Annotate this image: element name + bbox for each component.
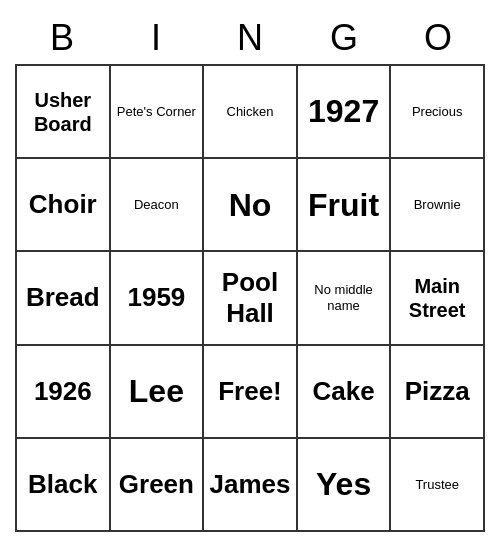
cell-text: Main Street: [395, 274, 479, 322]
bingo-card: BINGO Usher BoardPete's CornerChicken192…: [15, 12, 485, 532]
cell-text: Free!: [218, 376, 282, 407]
cell-text: Choir: [29, 189, 97, 220]
bingo-cell: No: [204, 159, 298, 252]
cell-text: Lee: [129, 372, 184, 410]
cell-text: Chicken: [227, 104, 274, 120]
bingo-cell: Main Street: [391, 252, 485, 345]
bingo-cell: Usher Board: [17, 66, 111, 159]
bingo-cell: Trustee: [391, 439, 485, 532]
bingo-cell: Choir: [17, 159, 111, 252]
bingo-cell: Pizza: [391, 346, 485, 439]
cell-text: Brownie: [414, 197, 461, 213]
cell-text: 1959: [127, 282, 185, 313]
cell-text: Green: [119, 469, 194, 500]
bingo-cell: 1959: [111, 252, 205, 345]
cell-text: Pete's Corner: [117, 104, 196, 120]
bingo-cell: Deacon: [111, 159, 205, 252]
cell-text: Fruit: [308, 186, 379, 224]
cell-text: Usher Board: [21, 88, 105, 136]
bingo-cell: Pete's Corner: [111, 66, 205, 159]
cell-text: Pizza: [405, 376, 470, 407]
bingo-cell: Free!: [204, 346, 298, 439]
bingo-cell: Yes: [298, 439, 392, 532]
cell-text: Deacon: [134, 197, 179, 213]
bingo-cell: James: [204, 439, 298, 532]
bingo-cell: Pool Hall: [204, 252, 298, 345]
cell-text: Black: [28, 469, 97, 500]
bingo-cell: Lee: [111, 346, 205, 439]
bingo-cell: Black: [17, 439, 111, 532]
header-letter: B: [15, 12, 109, 64]
cell-text: Bread: [26, 282, 100, 313]
bingo-cell: Bread: [17, 252, 111, 345]
cell-text: Trustee: [415, 477, 459, 493]
cell-text: No: [229, 186, 272, 224]
header-letter: G: [297, 12, 391, 64]
cell-text: 1927: [308, 92, 379, 130]
cell-text: Pool Hall: [208, 267, 292, 329]
cell-text: James: [210, 469, 291, 500]
bingo-cell: Cake: [298, 346, 392, 439]
cell-text: Yes: [316, 465, 371, 503]
bingo-cell: Chicken: [204, 66, 298, 159]
bingo-cell: Precious: [391, 66, 485, 159]
cell-text: Precious: [412, 104, 463, 120]
bingo-cell: Brownie: [391, 159, 485, 252]
header-letter: N: [203, 12, 297, 64]
cell-text: No middle name: [302, 282, 386, 313]
bingo-grid: Usher BoardPete's CornerChicken1927Preci…: [15, 64, 485, 532]
header-letter: I: [109, 12, 203, 64]
bingo-header: BINGO: [15, 12, 485, 64]
cell-text: 1926: [34, 376, 92, 407]
bingo-cell: 1926: [17, 346, 111, 439]
cell-text: Cake: [313, 376, 375, 407]
bingo-cell: Green: [111, 439, 205, 532]
bingo-cell: No middle name: [298, 252, 392, 345]
bingo-cell: Fruit: [298, 159, 392, 252]
bingo-cell: 1927: [298, 66, 392, 159]
header-letter: O: [391, 12, 485, 64]
